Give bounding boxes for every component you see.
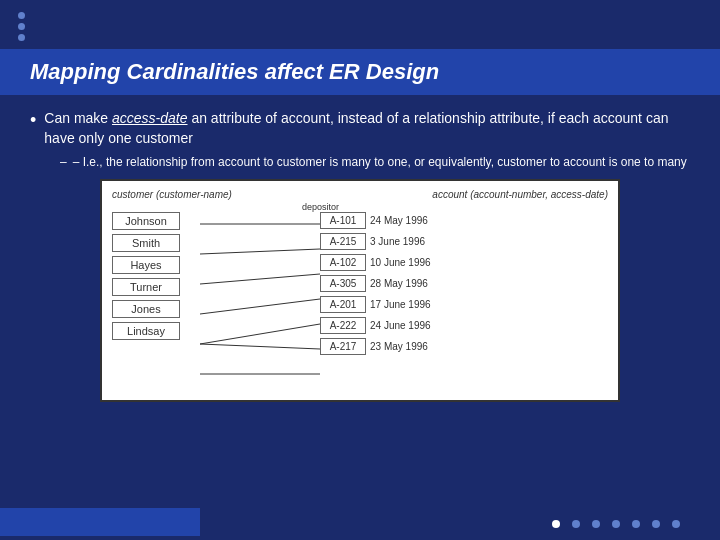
customer-label: customer (customer-name)	[112, 189, 232, 200]
depositor-label: depositor	[302, 202, 339, 212]
bullet-symbol: •	[30, 109, 36, 132]
svg-line-3	[200, 299, 320, 314]
relationship-lines	[200, 212, 320, 392]
dash-symbol: –	[60, 154, 67, 171]
account-label: account (account-number, access-date)	[432, 189, 608, 200]
nav-dot-1[interactable]	[552, 520, 560, 528]
account-id-1: A-101	[320, 212, 366, 229]
account-id-3: A-102	[320, 254, 366, 271]
account-row-4: A-305 28 May 1996	[320, 275, 431, 292]
nav-dot-4[interactable]	[612, 520, 620, 528]
customer-jones: Jones	[112, 300, 180, 318]
main-bullet: • Can make access-date an attribute of a…	[30, 109, 690, 148]
dot-2	[18, 23, 25, 30]
nav-dots	[552, 520, 680, 528]
slide-title: Mapping Cardinalities affect ER Design	[30, 59, 700, 85]
customer-turner: Turner	[112, 278, 180, 296]
dot-1	[18, 12, 25, 19]
top-decoration	[0, 0, 720, 49]
bottom-bar	[0, 504, 720, 540]
account-id-5: A-201	[320, 296, 366, 313]
customer-smith: Smith	[112, 234, 180, 252]
customer-hayes: Hayes	[112, 256, 180, 274]
account-row-3: A-102 10 June 1996	[320, 254, 431, 271]
slide-container: Mapping Cardinalities affect ER Design •…	[0, 0, 720, 540]
nav-dot-2[interactable]	[572, 520, 580, 528]
dot-3	[18, 34, 25, 41]
nav-dot-7[interactable]	[672, 520, 680, 528]
account-id-6: A-222	[320, 317, 366, 334]
title-bar: Mapping Cardinalities affect ER Design	[0, 49, 720, 95]
svg-line-5	[200, 344, 320, 349]
sub-bullet-text: – I.e., the relationship from account to…	[73, 154, 687, 171]
account-row-6: A-222 24 June 1996	[320, 317, 431, 334]
nav-dot-5[interactable]	[632, 520, 640, 528]
account-id-7: A-217	[320, 338, 366, 355]
account-id-2: A-215	[320, 233, 366, 250]
account-date-5: 17 June 1996	[370, 299, 431, 310]
account-row-2: A-215 3 June 1996	[320, 233, 431, 250]
account-row-1: A-101 24 May 1996	[320, 212, 431, 229]
account-date-7: 23 May 1996	[370, 341, 428, 352]
account-row-7: A-217 23 May 1996	[320, 338, 431, 355]
svg-line-4	[200, 324, 320, 344]
customer-johnson: Johnson	[112, 212, 180, 230]
account-date-1: 24 May 1996	[370, 215, 428, 226]
bullet-text: Can make access-date an attribute of acc…	[44, 109, 690, 148]
sub-bullet: – – I.e., the relationship from account …	[60, 154, 690, 171]
slide-content: • Can make access-date an attribute of a…	[0, 105, 720, 504]
er-diagram: customer (customer-name) account (accoun…	[100, 179, 620, 402]
lines-svg	[200, 212, 320, 392]
customers-column: Johnson Smith Hayes Turner Jones Lindsay	[112, 212, 180, 340]
customer-lindsay: Lindsay	[112, 322, 180, 340]
accounts-column: A-101 24 May 1996 A-215 3 June 1996 A-10…	[320, 212, 431, 355]
account-row-5: A-201 17 June 1996	[320, 296, 431, 313]
nav-dot-6[interactable]	[652, 520, 660, 528]
account-date-4: 28 May 1996	[370, 278, 428, 289]
svg-line-1	[200, 249, 320, 254]
account-id-4: A-305	[320, 275, 366, 292]
account-date-6: 24 June 1996	[370, 320, 431, 331]
italic-text: access-date	[112, 110, 187, 126]
nav-dot-3[interactable]	[592, 520, 600, 528]
svg-line-2	[200, 274, 320, 284]
account-date-3: 10 June 1996	[370, 257, 431, 268]
account-date-2: 3 June 1996	[370, 236, 425, 247]
diagram-header: customer (customer-name) account (accoun…	[112, 189, 608, 200]
bottom-blue-rect	[0, 508, 200, 536]
